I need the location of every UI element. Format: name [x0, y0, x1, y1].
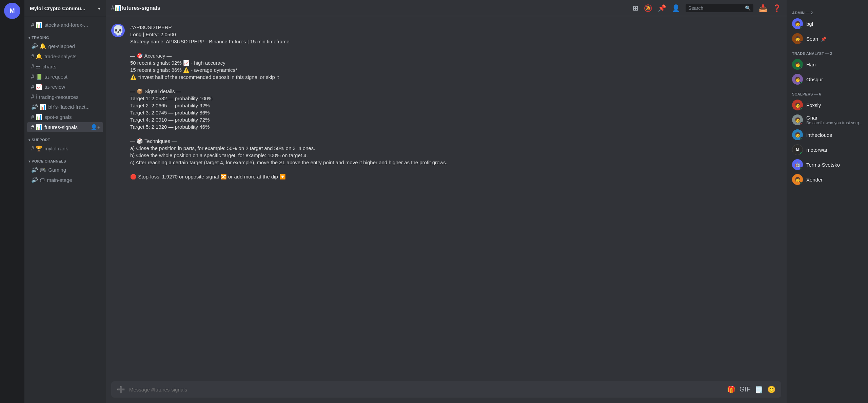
server-name-header[interactable]: Mylol Crypto Commu... ▾: [24, 0, 106, 17]
status-dot-motorwar: [800, 152, 803, 155]
sticker-icon[interactable]: 🗒️: [755, 385, 763, 394]
member-item-foxsly[interactable]: 🧑 Foxsly: [789, 98, 865, 112]
message-input-area: ➕ 🎁 GIF 🗒️ 😊: [106, 381, 787, 403]
member-item-gnar[interactable]: 🧑 Gnar Be careful who you trust serg...: [789, 112, 865, 127]
member-item-bgl[interactable]: 🧑 bgl: [789, 16, 865, 31]
member-item-motorwar[interactable]: M motorwar: [789, 142, 865, 157]
channel-icon: 🔊 🎮: [31, 167, 46, 173]
channel-item-trading-resources[interactable]: # itrading-resources: [27, 92, 103, 102]
channel-item-main-stage[interactable]: 🔊 🏷main-stage: [27, 175, 103, 185]
message-input[interactable]: [129, 387, 723, 393]
channel-bar-icon: 📊: [115, 5, 121, 11]
status-dot-intheclouds: [800, 137, 803, 140]
channel-name-label: charts: [42, 64, 100, 69]
input-icons: 🎁 GIF 🗒️ 😊: [727, 385, 776, 394]
trade-analyst-category: TRADE ANALYST — 2: [792, 51, 863, 56]
main-content: # 📊 futures-signals ⊞ 🔕 📌 👤 Search 🔍 📥 ❓…: [106, 0, 787, 403]
channel-list: # 📊stocks-and-forex-...TRADING🔊 🔔get-sla…: [24, 17, 106, 403]
category-support[interactable]: SUPPORT: [24, 132, 106, 143]
emoji-icon[interactable]: 😊: [767, 385, 776, 394]
channel-icon: # 📊: [31, 22, 42, 28]
member-name-xender: Xender: [806, 177, 823, 183]
avatar-bgl: 🧑: [792, 18, 803, 29]
members-icon[interactable]: 👤: [672, 4, 680, 12]
channel-name-label: Gaming: [48, 167, 100, 173]
help-icon[interactable]: ❓: [773, 4, 781, 12]
skull-icon: 💀: [112, 26, 124, 35]
channel-icon: 🔊 🏷: [31, 177, 45, 183]
channel-item-stocks-and-forex----[interactable]: # 📊stocks-and-forex-...: [27, 20, 103, 30]
member-item-obsqur[interactable]: 🧑 Obsqur: [789, 72, 865, 87]
channel-sidebar: Mylol Crypto Commu... ▾ # 📊stocks-and-fo…: [24, 0, 106, 403]
member-item-sean[interactable]: 🧑 Sean 📌: [789, 31, 865, 46]
channel-item-mylol-rank[interactable]: # 🏆mylol-rank: [27, 144, 103, 153]
channel-name-label: ta-review: [44, 84, 100, 90]
category-trading[interactable]: TRADING: [24, 30, 106, 41]
avatar-han: 🧑: [792, 59, 803, 70]
channel-icon: # 📈: [31, 84, 42, 90]
member-item-han[interactable]: 🧑 Han: [789, 57, 865, 72]
channel-name-label: get-slapped: [48, 43, 100, 49]
server-title: Mylol Crypto Commu...: [30, 5, 85, 11]
channel-icon: # 📊: [31, 114, 42, 120]
header-tools: ⊞ 🔕 📌 👤 Search 🔍 📥 ❓: [633, 4, 781, 12]
member-name-terms-svetsko: Terms-Svetsko: [806, 162, 840, 168]
admin-category: ADMIN — 2: [792, 11, 863, 15]
gif-icon[interactable]: GIF: [739, 385, 751, 394]
add-member-icon[interactable]: 👤+: [91, 124, 100, 130]
chevron-down-icon: ▾: [98, 6, 100, 11]
status-dot-terms-svetsko: [800, 167, 803, 170]
member-name-foxsly: Foxsly: [806, 102, 821, 108]
status-dot-bgl: [800, 26, 803, 29]
member-item-xender[interactable]: 🧑 Xender: [789, 172, 865, 187]
channel-item-bfr-s-flaccid-fract---[interactable]: 🔊 📊bfr's-flaccid-fract...: [27, 102, 103, 112]
status-dot-obsqur: [800, 82, 803, 85]
channel-name-label: ta-request: [44, 74, 100, 80]
status-dot-xender: [800, 182, 803, 185]
channel-icon: 🔊 🔔: [31, 43, 46, 49]
avatar-sean: 🧑: [792, 33, 803, 44]
channel-name-label: main-stage: [47, 177, 100, 183]
avatar-terms-svetsko: 🤖: [792, 159, 803, 170]
pin-icon[interactable]: 📌: [658, 4, 666, 12]
channel-name-label: spot-signals: [44, 114, 100, 120]
gift-icon[interactable]: 🎁: [727, 385, 735, 394]
channel-item-futures-signals[interactable]: # 📊futures-signals👤+: [27, 122, 103, 132]
messages-area[interactable]: 💀 #API3USDTPERP Long | Entry: 2.0500 Str…: [106, 16, 787, 381]
channel-item-spot-signals[interactable]: # 📊spot-signals: [27, 112, 103, 122]
member-item-terms-svetsko[interactable]: 🤖 Terms-Svetsko: [789, 157, 865, 172]
status-dot-gnar: [800, 122, 803, 125]
channel-item-trade-analysts[interactable]: # 🔔trade-analysts: [27, 51, 103, 61]
search-icon: 🔍: [745, 5, 751, 11]
bell-icon[interactable]: 🔕: [644, 4, 652, 12]
inbox-icon[interactable]: 📥: [759, 4, 767, 12]
channel-item-gaming[interactable]: 🔊 🎮Gaming: [27, 165, 103, 175]
bot-avatar: 💀: [111, 24, 125, 37]
channel-item-charts[interactable]: # ⚏charts: [27, 62, 103, 71]
member-name-intheclouds: intheclouds: [806, 132, 832, 138]
message-group: 💀 #API3USDTPERP Long | Entry: 2.0500 Str…: [106, 22, 787, 182]
sean-badge: 📌: [821, 37, 826, 42]
avatar-gnar: 🧑: [792, 114, 803, 125]
channel-icon: # 🏆: [31, 145, 42, 152]
member-name-motorwar: motorwar: [806, 147, 828, 153]
channel-icon: # 🔔: [31, 53, 42, 60]
channel-icon: # 📊: [31, 124, 42, 130]
member-name-han: Han: [806, 62, 816, 67]
channel-name-label: futures-signals: [44, 124, 90, 130]
search-placeholder: Search: [688, 5, 745, 11]
member-name-obsqur: Obsqur: [806, 77, 823, 82]
member-status-gnar: Be careful who you trust serg...: [806, 121, 862, 125]
category-voice-channels[interactable]: VOICE CHANNELS: [24, 154, 106, 165]
channel-icon: 🔊 📊: [31, 104, 46, 110]
channel-item-ta-request[interactable]: # 📗ta-request: [27, 72, 103, 82]
server-icon[interactable]: M: [4, 3, 20, 19]
channel-icon: # i: [31, 94, 37, 100]
hash-tools-icon[interactable]: ⊞: [633, 4, 638, 12]
message-content: #API3USDTPERP Long | Entry: 2.0500 Strat…: [130, 24, 781, 180]
channel-item-get-slapped[interactable]: 🔊 🔔get-slapped: [27, 41, 103, 51]
channel-item-ta-review[interactable]: # 📈ta-review: [27, 82, 103, 92]
member-item-intheclouds[interactable]: 🧑 intheclouds: [789, 127, 865, 142]
search-bar[interactable]: Search 🔍: [686, 4, 753, 12]
plus-icon[interactable]: ➕: [117, 385, 125, 394]
